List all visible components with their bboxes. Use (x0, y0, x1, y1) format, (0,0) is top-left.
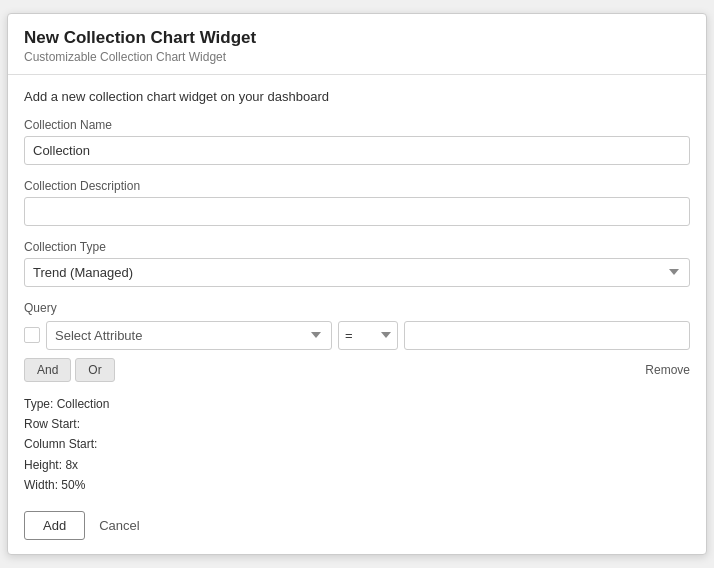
row-start-info: Row Start: (24, 414, 690, 434)
modal-body: Add a new collection chart widget on you… (8, 75, 706, 555)
width-info: Width: 50% (24, 475, 690, 495)
query-logic-buttons: And Or (24, 358, 115, 382)
info-section: Type: Collection Row Start: Column Start… (24, 394, 690, 496)
modal-subtitle: Customizable Collection Chart Widget (24, 50, 690, 64)
type-info-label: Type: (24, 397, 53, 411)
width-label: Width: (24, 478, 58, 492)
query-attribute-select[interactable]: Select Attribute (46, 321, 332, 350)
query-value-input[interactable] (404, 321, 690, 350)
row-start-label: Row Start: (24, 417, 80, 431)
query-operator-select[interactable]: = != < > <= >= (338, 321, 398, 350)
height-info: Height: 8x (24, 455, 690, 475)
collection-type-select[interactable]: Trend (Managed) Trend (Unmanaged) Static (24, 258, 690, 287)
query-label: Query (24, 301, 690, 315)
column-start-info: Column Start: (24, 434, 690, 454)
collection-type-label: Collection Type (24, 240, 690, 254)
new-collection-chart-modal: New Collection Chart Widget Customizable… (7, 13, 707, 556)
query-checkbox[interactable] (24, 327, 40, 343)
query-buttons-row: And Or Remove (24, 358, 690, 382)
collection-type-group: Collection Type Trend (Managed) Trend (U… (24, 240, 690, 287)
type-info-value: Collection (57, 397, 110, 411)
add-button[interactable]: Add (24, 511, 85, 540)
collection-description-input[interactable] (24, 197, 690, 226)
collection-name-input[interactable] (24, 136, 690, 165)
modal-header: New Collection Chart Widget Customizable… (8, 14, 706, 75)
collection-description-label: Collection Description (24, 179, 690, 193)
cancel-button[interactable]: Cancel (95, 512, 143, 539)
or-button[interactable]: Or (75, 358, 114, 382)
height-label: Height: (24, 458, 62, 472)
and-button[interactable]: And (24, 358, 71, 382)
query-row: Select Attribute = != < > <= >= (24, 321, 690, 350)
height-value: 8x (65, 458, 78, 472)
column-start-label: Column Start: (24, 437, 97, 451)
modal-title: New Collection Chart Widget (24, 28, 690, 48)
footer-buttons: Add Cancel (24, 511, 690, 540)
collection-description-group: Collection Description (24, 179, 690, 226)
description-text: Add a new collection chart widget on you… (24, 89, 690, 104)
remove-button[interactable]: Remove (645, 359, 690, 381)
collection-name-group: Collection Name (24, 118, 690, 165)
type-info: Type: Collection (24, 394, 690, 414)
width-value: 50% (61, 478, 85, 492)
collection-name-label: Collection Name (24, 118, 690, 132)
query-section: Query Select Attribute = != < > <= >= (24, 301, 690, 382)
